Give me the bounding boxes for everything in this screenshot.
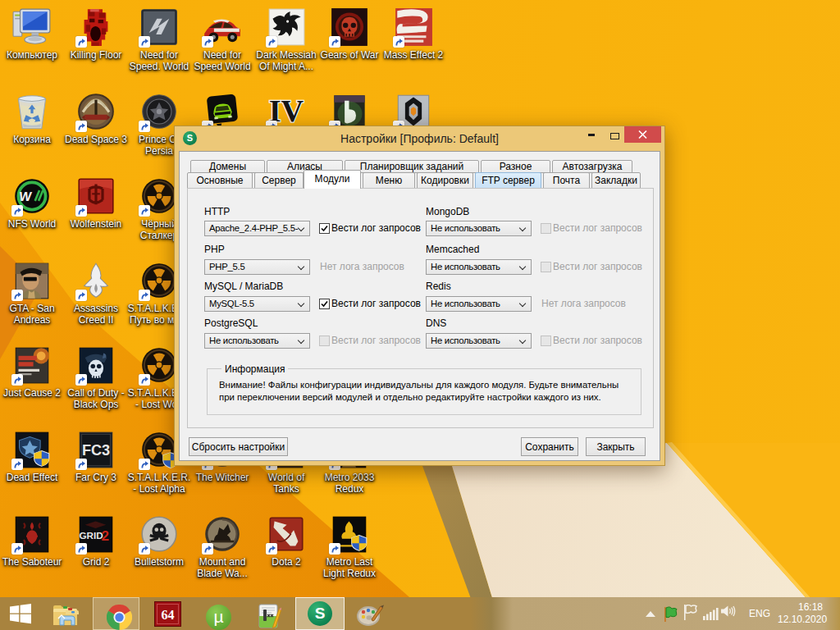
svg-text:2: 2 — [101, 528, 108, 544]
svg-text:FC3: FC3 — [82, 442, 110, 459]
svg-text:GRID: GRID — [79, 530, 103, 541]
